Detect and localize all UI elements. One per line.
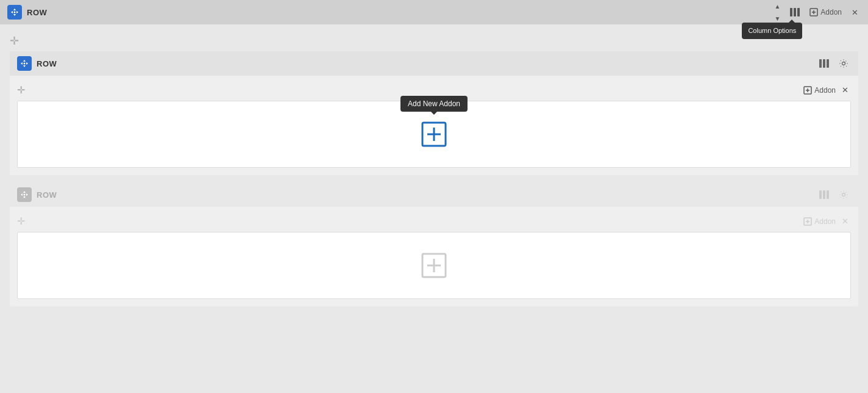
dimmed-inner-row: ROW ✛: [10, 182, 858, 306]
top-row-label: ROW: [27, 8, 47, 17]
dimmed-gear-icon: [839, 190, 848, 200]
dimmed-column-header: ✛ Addon ✕: [17, 212, 851, 232]
dimmed-addon-icon: [803, 217, 812, 226]
active-inner-row-actions: [817, 56, 851, 71]
svg-rect-8: [819, 59, 822, 68]
active-column-options-icon: [819, 59, 829, 68]
active-inner-row: ROW: [10, 51, 858, 175]
top-row-header: ROW Column Options Addo: [0, 0, 868, 24]
top-addon-label: Addon: [820, 8, 842, 16]
column-options-tooltip: Column Options: [742, 23, 802, 39]
dimmed-inner-row-header: ROW: [10, 182, 858, 207]
svg-rect-9: [823, 59, 825, 68]
svg-rect-3: [797, 8, 800, 16]
active-column-drag[interactable]: ✛: [17, 84, 25, 96]
svg-rect-1: [790, 8, 792, 16]
svg-rect-2: [794, 8, 796, 16]
outer-drag-cross[interactable]: ✛: [10, 34, 19, 48]
dimmed-column-container: ✛ Addon ✕: [10, 207, 858, 306]
dimmed-inner-row-label: ROW: [37, 190, 57, 200]
active-addon-icon: [803, 86, 812, 95]
svg-rect-19: [819, 190, 822, 199]
svg-rect-20: [823, 190, 825, 199]
dimmed-add-addon-trigger[interactable]: [419, 250, 449, 281]
dimmed-addon-button[interactable]: Addon: [803, 217, 836, 226]
active-column-container: ✛ Addon ✕: [10, 76, 858, 175]
dimmed-inner-row-drag[interactable]: [17, 187, 32, 202]
active-settings-button[interactable]: [836, 56, 851, 71]
active-add-icon-svg: [419, 119, 449, 150]
column-options-icon: [790, 8, 800, 16]
main-content: ✛ ROW: [0, 24, 868, 320]
addon-icon: [809, 8, 818, 16]
svg-rect-21: [827, 190, 829, 199]
active-delete-column-button[interactable]: ✕: [839, 83, 851, 97]
dimmed-column-options-button[interactable]: [817, 188, 831, 201]
active-inner-row-header: ROW: [10, 51, 858, 76]
top-close-button[interactable]: ✕: [849, 5, 861, 20]
dimmed-addon-label: Addon: [814, 217, 836, 226]
move-arrows: [772, 1, 783, 24]
column-options-button[interactable]: Column Options: [788, 5, 802, 19]
svg-point-7: [24, 63, 26, 65]
dimmed-inner-row-actions: [817, 187, 851, 202]
dimmed-column-actions: Addon ✕: [803, 214, 851, 228]
svg-point-18: [24, 194, 26, 196]
active-inner-row-drag[interactable]: [17, 56, 32, 71]
top-row-drag-handle[interactable]: [7, 5, 22, 20]
dimmed-column-options-icon: [819, 190, 829, 199]
active-addon-label: Addon: [814, 86, 836, 95]
active-column-options-button[interactable]: [817, 57, 831, 70]
svg-rect-10: [827, 59, 829, 68]
active-inner-row-label: ROW: [37, 59, 57, 68]
dimmed-column-drag[interactable]: ✛: [17, 215, 25, 227]
active-addon-area: Add New Addon: [17, 101, 851, 168]
dimmed-add-icon-svg: [419, 250, 449, 281]
active-add-addon-trigger[interactable]: Add New Addon: [419, 119, 449, 150]
active-column-actions: Addon ✕: [803, 83, 851, 97]
dimmed-delete-column-button[interactable]: ✕: [839, 214, 851, 228]
active-addon-tooltip: Add New Addon: [400, 96, 468, 112]
active-gear-icon: [839, 59, 848, 68]
svg-point-0: [14, 12, 16, 13]
svg-point-22: [842, 193, 845, 196]
svg-point-11: [842, 62, 845, 65]
top-row-actions: Column Options Addon ✕: [772, 1, 861, 24]
dimmed-settings-button[interactable]: [836, 187, 851, 202]
top-addon-button[interactable]: Addon: [807, 5, 844, 19]
active-addon-button[interactable]: Addon: [803, 86, 836, 95]
move-up-button[interactable]: [772, 1, 783, 12]
dimmed-addon-area: [17, 232, 851, 299]
outer-move-handle: ✛: [10, 31, 858, 51]
